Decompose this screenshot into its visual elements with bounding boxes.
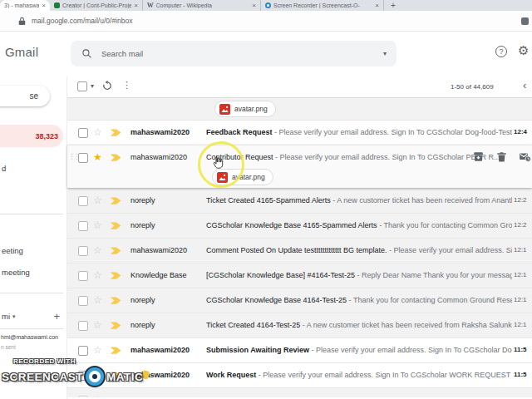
email-row-main: ☆Knowledge Base[CGScholar Knowledge Base… [67,264,532,288]
email-checkbox[interactable] [78,346,88,356]
email-snippet: - A new customer ticket has been receive… [300,321,512,329]
star-empty-icon[interactable]: ☆ [93,294,102,306]
email-subject: Feedback Request [206,128,273,136]
screencast-watermark: RECORDED WITH SCREENCAST MATIC [2,357,143,387]
email-checkbox[interactable] [78,296,88,306]
email-subject-snippet: Work Request - Please verify your email … [206,371,512,379]
importance-marker-icon[interactable] [110,128,122,137]
browser-tab-creator[interactable]: Creator | Cont-Public-Project × [50,0,143,11]
email-row[interactable]: ☆noreplyTicket Created 4164-Test-25 - A … [67,313,532,337]
refresh-icon[interactable] [101,80,113,91]
browser-tab-gmail[interactable]: 3) - mahaswami99 × [0,0,50,11]
snooze-icon[interactable] [519,150,531,163]
sidebar-item-meeting[interactable]: eeting [2,246,23,255]
email-checkbox[interactable] [78,153,88,163]
search-input[interactable]: Search mail ▾ [71,41,397,66]
email-row-main: ☆noreplyTicket Created 4165-Spammed Aler… [67,189,532,213]
compose-button[interactable]: se [0,86,50,106]
email-row[interactable]: ☆noreplyTicket Created 4165-Spammed Aler… [67,188,532,213]
email-snippet: - Please verify your email address. Sign… [273,153,500,161]
new-tab-button[interactable]: + [384,0,402,11]
more-options-icon[interactable]: ⋮ [122,80,131,91]
importance-marker-icon[interactable] [110,196,122,205]
importance-marker-icon[interactable] [110,246,122,255]
delete-icon[interactable] [495,150,508,163]
email-row[interactable]: ☆mahaswami2020Feedback Request - Please … [67,120,532,145]
star-empty-icon[interactable]: ☆ [93,219,102,231]
email-row[interactable]: ⋮⋮★mahaswami2020Contributor Request - Pl… [67,145,532,188]
star-empty-icon[interactable]: ☆ [93,244,102,256]
help-icon[interactable]: ? [495,46,507,57]
email-checkbox[interactable] [78,396,88,397]
pagination-text: 1-50 of 44,609 [451,83,494,91]
importance-marker-icon[interactable] [110,271,122,280]
star-empty-icon[interactable]: ☆ [93,126,102,138]
close-icon[interactable]: × [252,2,256,9]
browser-tab-wikipedia[interactable]: W Computer - Wikipedia × [143,0,261,11]
importance-marker-icon[interactable] [110,346,122,355]
star-filled-icon[interactable]: ★ [93,151,102,163]
importance-marker-icon[interactable] [110,296,122,305]
screen: 3) - mahaswami99 × Creator | Cont-Public… [0,0,532,399]
email-row[interactable]: ☆mahaswami2020Comment Posted On Update t… [67,238,532,263]
email-subject-snippet: Feedback Request - Please verify your em… [206,128,512,136]
email-checkbox[interactable] [78,128,88,138]
star-empty-icon[interactable]: ☆ [93,319,102,331]
email-checkbox[interactable] [78,221,88,231]
email-time: 12:1 [514,296,527,303]
drag-handle-icon[interactable]: ⋮⋮ [68,152,78,160]
sidebar-item-label[interactable]: d [2,164,6,173]
email-row[interactable]: ☆Knowledge Base[CGScholar Knowledge Base… [67,263,532,288]
email-snippet: - Please verify your email address. Sign… [387,246,512,254]
new-chat-button[interactable]: + [53,310,60,323]
search-options-caret-icon[interactable]: ▾ [383,50,387,57]
image-file-icon [217,172,228,183]
sidebar-item-meeting-2[interactable]: meeting [2,268,30,277]
email-row-main: ☆noreplyCGScholar Knowledge Base 4164-Te… [67,288,532,313]
email-time: 12:1 [514,246,527,254]
attachment-chip-line: avatar.png [212,169,273,186]
email-row[interactable]: avatar.png [67,98,532,120]
close-icon[interactable]: × [375,2,379,9]
sidebar-item-inbox[interactable]: 38,323 [0,125,63,147]
star-empty-icon[interactable]: ☆ [93,269,102,281]
url-bar[interactable]: mail.google.com/mail/u/0/#inbox [0,11,532,32]
importance-marker-icon[interactable] [110,221,122,230]
archive-icon[interactable] [472,150,485,163]
star-empty-icon[interactable]: ☆ [93,394,102,397]
email-time: 11:5 [514,371,527,378]
email-row[interactable]: ☆ [67,387,532,397]
email-checkbox[interactable] [78,196,88,206]
chat-account-name: mi [2,312,10,321]
gear-icon[interactable]: ⚙ [518,43,529,58]
browser-tab-screen-recorder[interactable]: Screen Recorder | Screencast-O- × [261,0,384,11]
select-caret-icon[interactable]: ▾ [91,82,94,90]
close-icon[interactable]: × [134,2,138,9]
attachment-chip[interactable]: avatar.png [212,169,273,185]
email-subject-snippet: Comment Posted On Update testttttttttttt… [206,246,512,254]
chat-contact-email[interactable]: hmi@mahaswami.con [1,334,58,340]
email-row[interactable]: ☆noreplyCGScholar Knowledge Base 4164-Te… [67,288,532,313]
email-checkbox[interactable] [78,246,88,256]
email-snippet: - Please verify your email address. Sign… [256,371,512,379]
email-row-main: ☆noreplyCGScholar Knowledge Base 4165-Sp… [67,214,532,238]
newer-page-chevron-icon[interactable]: ‹ [523,79,526,91]
chat-section-header[interactable]: mi ▾ + [2,310,63,323]
email-time: 12:2 [514,196,527,204]
email-sender: noreply [131,221,204,229]
email-snippet: - Reply Dear Name Thank you for your mes… [355,271,512,279]
email-row[interactable]: ☆noreplyCGScholar Knowledge Base 4165-Sp… [67,213,532,238]
star-empty-icon[interactable]: ☆ [93,344,102,356]
email-time: 12:2 [514,221,527,229]
attachment-chip[interactable]: avatar.png [214,101,276,117]
email-sender: mahaswami2020 [131,128,204,136]
email-subject-snippet: Ticket Created 4164-Test-25 - A new cust… [206,321,512,329]
browser-extension-icon[interactable] [521,17,529,25]
email-checkbox[interactable] [78,321,88,331]
star-empty-icon[interactable]: ☆ [93,195,102,206]
importance-marker-icon[interactable] [110,153,122,162]
email-checkbox[interactable] [78,271,88,281]
close-icon[interactable]: × [42,2,46,9]
importance-marker-icon[interactable] [110,321,122,330]
select-all-checkbox[interactable] [77,81,87,91]
